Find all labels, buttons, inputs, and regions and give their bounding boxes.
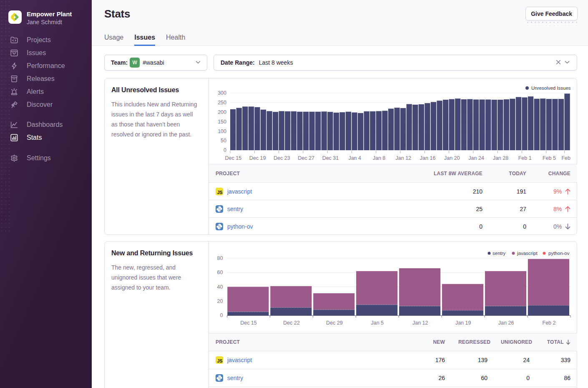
svg-text:0: 0 (224, 147, 226, 153)
svg-text:Feb 1: Feb 1 (518, 155, 532, 161)
svg-text:60: 60 (217, 270, 223, 275)
svg-text:Jan 26: Jan 26 (498, 320, 514, 326)
svg-text:40: 40 (217, 284, 223, 290)
svg-text:JS: JS (217, 358, 223, 363)
svg-text:0: 0 (220, 312, 223, 318)
svg-text:Dec 19: Dec 19 (249, 155, 266, 161)
svg-text:Jan 12: Jan 12 (412, 320, 428, 326)
svg-text:Jan 4: Jan 4 (348, 155, 361, 161)
svg-text:150: 150 (218, 119, 226, 125)
svg-text:250: 250 (218, 100, 226, 106)
svg-text:Jan 8: Jan 8 (373, 155, 386, 161)
svg-text:Dec 15: Dec 15 (225, 155, 241, 161)
svg-text:Feb 5: Feb 5 (543, 155, 556, 161)
svg-text:python-ov: python-ov (548, 251, 570, 256)
svg-text:Unresolved Issues: Unresolved Issues (531, 86, 571, 91)
svg-text:Jan 16: Jan 16 (420, 155, 436, 161)
svg-text:Dec 15: Dec 15 (240, 320, 257, 326)
svg-text:JS: JS (217, 190, 223, 195)
svg-text:Jan 19: Jan 19 (455, 320, 471, 326)
svg-text:50: 50 (221, 138, 226, 144)
svg-text:80: 80 (217, 255, 223, 261)
svg-text:Dec 23: Dec 23 (274, 155, 290, 161)
svg-text:Jan 12: Jan 12 (396, 155, 412, 161)
svg-text:100: 100 (218, 128, 226, 134)
svg-text:Dec 29: Dec 29 (326, 320, 343, 326)
svg-text:Jan 24: Jan 24 (468, 155, 484, 161)
svg-text:Feb: Feb (561, 155, 570, 161)
svg-text:20: 20 (217, 298, 223, 304)
svg-text:sentry: sentry (493, 251, 506, 256)
svg-text:Jan 28: Jan 28 (493, 155, 509, 161)
svg-text:Dec 27: Dec 27 (298, 155, 314, 161)
svg-text:javascript: javascript (517, 251, 538, 256)
svg-text:Jan 20: Jan 20 (444, 155, 460, 161)
svg-text:300: 300 (218, 90, 226, 96)
svg-text:Dec 31: Dec 31 (322, 155, 339, 161)
svg-text:Feb 2: Feb 2 (543, 320, 556, 326)
svg-text:Dec 22: Dec 22 (283, 320, 300, 326)
svg-text:200: 200 (218, 109, 226, 115)
svg-text:Jan 5: Jan 5 (371, 320, 384, 326)
